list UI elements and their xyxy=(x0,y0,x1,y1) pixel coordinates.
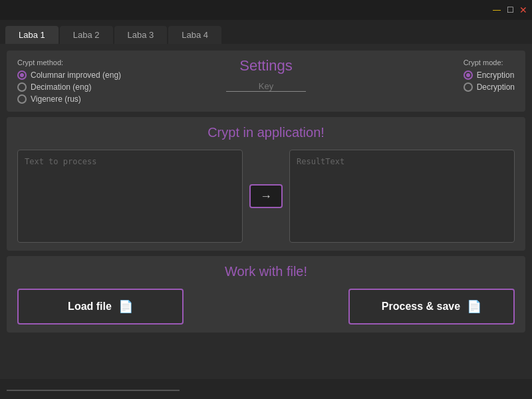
load-file-icon: 📄 xyxy=(118,299,133,314)
radio-decryption-circle xyxy=(464,82,473,92)
save-file-icon: 📄 xyxy=(467,299,481,314)
crypt-mode-group: Encryption Decryption xyxy=(464,70,515,92)
load-file-label: Load file xyxy=(68,301,112,313)
crypt-mode-label: Crypt mode: xyxy=(464,59,515,66)
load-file-button[interactable]: Load file 📄 xyxy=(17,289,184,325)
method-decimation-label: Decimation (eng) xyxy=(31,82,91,92)
mode-decryption-label: Decryption xyxy=(477,82,515,92)
method-columnar[interactable]: Columnar improved (eng) xyxy=(17,70,121,80)
maximize-button[interactable]: ☐ xyxy=(505,5,515,15)
tab-bar: Laba 1 Laba 2 Laba 3 Laba 4 xyxy=(0,20,532,44)
process-arrow-button[interactable]: → xyxy=(249,184,283,208)
method-vigenere[interactable]: Vigenere (rus) xyxy=(17,94,121,104)
process-save-label: Process & save xyxy=(382,301,460,313)
crypt-body: → xyxy=(17,150,515,243)
method-columnar-label: Columnar improved (eng) xyxy=(31,70,121,80)
file-buttons: Load file 📄 Process & save 📄 xyxy=(17,289,515,325)
settings-title: Settings xyxy=(239,57,293,74)
mode-encryption[interactable]: Encryption xyxy=(464,70,515,80)
method-decimation[interactable]: Decimation (eng) xyxy=(17,82,121,92)
tab-laba3[interactable]: Laba 3 xyxy=(114,26,168,44)
tab-laba4[interactable]: Laba 4 xyxy=(168,26,221,44)
title-bar: — ☐ ✕ xyxy=(0,0,532,20)
radio-vigenere-circle xyxy=(17,94,27,104)
tab-laba2[interactable]: Laba 2 xyxy=(60,26,113,44)
arrow-icon: → xyxy=(260,190,272,203)
radio-encryption-circle xyxy=(464,70,473,80)
text-input[interactable] xyxy=(17,150,243,243)
minimize-button[interactable]: — xyxy=(492,5,501,15)
crypt-method-group: Columnar improved (eng) Decimation (eng)… xyxy=(17,70,121,104)
method-vigenere-label: Vigenere (rus) xyxy=(31,94,81,104)
crypt-method-label: Crypt method: xyxy=(17,59,121,66)
key-input[interactable] xyxy=(226,81,306,92)
window-controls: — ☐ ✕ xyxy=(492,5,528,15)
main-content: Crypt method: Columnar improved (eng) De… xyxy=(0,44,532,339)
mode-encryption-label: Encryption xyxy=(477,70,515,80)
crypt-app-title: Crypt in application! xyxy=(17,125,515,140)
key-wrapper xyxy=(226,80,306,92)
crypt-method-section: Crypt method: Columnar improved (eng) De… xyxy=(17,59,121,104)
result-text[interactable] xyxy=(289,150,515,243)
radio-decimation-circle xyxy=(17,82,27,92)
mode-decryption[interactable]: Decryption xyxy=(464,82,515,92)
file-panel-title: Work with file! xyxy=(17,264,515,279)
settings-panel: Crypt method: Columnar improved (eng) De… xyxy=(7,51,525,112)
crypt-mode-section: Crypt mode: Encryption Decryption xyxy=(464,59,515,92)
bottom-line xyxy=(7,390,180,391)
crypt-app-panel: Crypt in application! → xyxy=(7,117,525,251)
file-panel: Work with file! Load file 📄 Process & sa… xyxy=(7,256,525,332)
process-save-button[interactable]: Process & save 📄 xyxy=(348,289,515,325)
radio-columnar-circle xyxy=(17,70,27,80)
tab-laba1[interactable]: Laba 1 xyxy=(5,26,59,44)
close-button[interactable]: ✕ xyxy=(519,5,528,15)
bottom-bar xyxy=(0,379,532,399)
